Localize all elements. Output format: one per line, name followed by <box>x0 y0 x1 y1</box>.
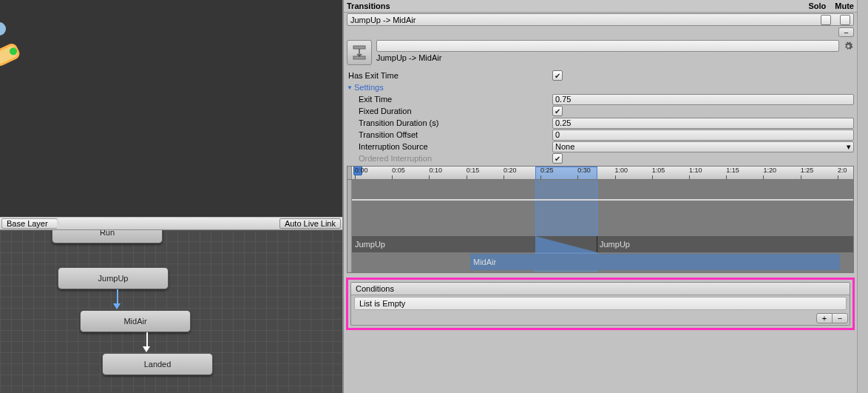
node-label: Run <box>100 230 115 237</box>
properties: Has Exit Time Settings Exit Time 0.75 Fi… <box>344 70 857 164</box>
ruler-tick: 2:0 <box>838 167 847 179</box>
remove-transition-button[interactable]: − <box>838 27 854 37</box>
ordered-interruption-label: Ordered Interruption <box>347 154 552 163</box>
transitions-title: Transitions <box>347 1 390 10</box>
solo-checkbox[interactable] <box>821 15 831 25</box>
transition-duration-label: Transition Duration (s) <box>347 118 552 127</box>
ruler-tick: 0:10 <box>429 167 442 179</box>
solo-label: Solo <box>808 1 826 10</box>
conditions-highlight: Conditions List is Empty + − <box>346 278 855 330</box>
interruption-source-label: Interruption Source <box>347 142 552 151</box>
transition-duration-input[interactable]: 0.25 <box>552 118 854 129</box>
ruler-tick: 1:20 <box>763 167 776 179</box>
ruler-tick: 0:05 <box>392 167 405 179</box>
conditions-empty: List is Empty <box>354 297 847 310</box>
svg-marker-2 <box>535 236 597 252</box>
ruler-content[interactable]: 0:000:050:100:150:200:250:301:001:051:10… <box>352 167 853 179</box>
plus-icon: + <box>822 314 827 323</box>
mute-label: Mute <box>835 1 854 10</box>
add-condition-button[interactable]: + <box>816 313 833 323</box>
ruler-tick: 1:10 <box>689 167 702 179</box>
exit-time-label: Exit Time <box>347 95 552 104</box>
clip-track-a[interactable]: JumpUp JumpUp <box>352 236 853 252</box>
interruption-source-dropdown[interactable]: None▾ <box>552 141 854 152</box>
breadcrumb-label: Base Layer <box>7 219 48 228</box>
fixed-duration-label: Fixed Duration <box>347 107 552 115</box>
graph-toolbar: Base Layer Auto Live Link <box>0 217 342 230</box>
clip-label: MidAir <box>473 258 496 266</box>
transition-name-input[interactable] <box>376 40 839 52</box>
ordered-interruption-checkbox <box>552 153 563 164</box>
clip-label: JumpUp <box>600 240 630 249</box>
has-exit-time-checkbox[interactable] <box>552 70 563 81</box>
weight-track <box>352 199 853 201</box>
conditions-list: Conditions List is Empty + − <box>350 282 850 326</box>
transition-name-block: JumpUp -> MidAir <box>344 37 857 70</box>
transition-timeline[interactable]: 0:000:050:100:150:200:250:301:001:051:10… <box>347 166 854 273</box>
ruler-tick: 0:20 <box>503 167 517 179</box>
auto-live-link-label: Auto Live Link <box>285 219 336 228</box>
transitions-header: Transitions Solo Mute <box>344 0 857 13</box>
transition-name-label: JumpUp -> MidAir <box>376 53 854 62</box>
transition-item-label: JumpUp -> MidAir <box>350 16 416 24</box>
mute-checkbox[interactable] <box>840 15 850 25</box>
clip-label: JumpUp <box>355 240 385 249</box>
exit-time-input[interactable]: 0.75 <box>552 94 854 105</box>
chevron-down-icon: ▾ <box>847 142 851 152</box>
ruler-tick: 0:30 <box>577 167 591 179</box>
animator-panel: Base Layer Auto Live Link Run JumpUp Mid… <box>0 0 344 393</box>
ruler-tick: 1:05 <box>652 167 665 179</box>
has-exit-time-label: Has Exit Time <box>347 71 552 80</box>
ruler-tick: 0:25 <box>540 167 554 179</box>
state-node-midair[interactable]: MidAir <box>80 310 191 332</box>
clip-track-b[interactable]: MidAir <box>470 254 840 270</box>
transition-icon <box>347 40 372 65</box>
state-node-run[interactable]: Run <box>52 230 163 243</box>
state-graph[interactable]: Run JumpUp MidAir Landed <box>0 230 342 393</box>
state-node-landed[interactable]: Landed <box>102 353 213 375</box>
node-label: Landed <box>144 360 172 369</box>
ruler-tick: 0:15 <box>467 167 480 179</box>
breadcrumb[interactable]: Base Layer <box>1 218 58 229</box>
selected-node-fragment[interactable] <box>0 41 21 67</box>
ruler-tick: 1:25 <box>801 167 814 179</box>
transition-list-item[interactable]: JumpUp -> MidAir <box>347 13 854 26</box>
settings-label: Settings <box>354 83 384 92</box>
graph-upper[interactable] <box>0 0 342 217</box>
node-fragment[interactable] <box>0 22 6 36</box>
ruler-tick: 1:15 <box>726 167 739 179</box>
svg-rect-0 <box>353 46 365 49</box>
ruler-tick: 1:00 <box>615 167 628 179</box>
fixed-duration-checkbox[interactable] <box>552 106 563 116</box>
transition-offset-label: Transition Offset <box>347 130 552 139</box>
timeline-tracks[interactable]: JumpUp JumpUp MidAir <box>352 180 853 272</box>
conditions-header: Conditions <box>351 283 850 295</box>
timeline-ruler[interactable]: 0:000:050:100:150:200:250:301:001:051:10… <box>347 167 853 180</box>
ruler-tick: 0:00 <box>355 167 368 179</box>
arrow-head-icon <box>113 303 121 309</box>
transition-offset-input[interactable]: 0 <box>552 130 854 141</box>
inspector-panel: Transitions Solo Mute JumpUp -> MidAir −… <box>344 0 857 393</box>
auto-live-link-button[interactable]: Auto Live Link <box>279 218 341 229</box>
minus-icon: − <box>838 314 842 323</box>
minus-icon: − <box>844 28 848 37</box>
scrollbar[interactable] <box>857 0 868 393</box>
settings-foldout[interactable]: Settings <box>347 83 384 92</box>
node-label: JumpUp <box>98 274 129 283</box>
partial-nodes <box>0 22 22 89</box>
remove-condition-button[interactable]: − <box>832 313 848 323</box>
arrow-head-icon <box>143 346 150 352</box>
node-label: MidAir <box>123 317 146 326</box>
gear-button[interactable] <box>842 40 854 52</box>
state-node-jumpup[interactable]: JumpUp <box>58 267 169 289</box>
